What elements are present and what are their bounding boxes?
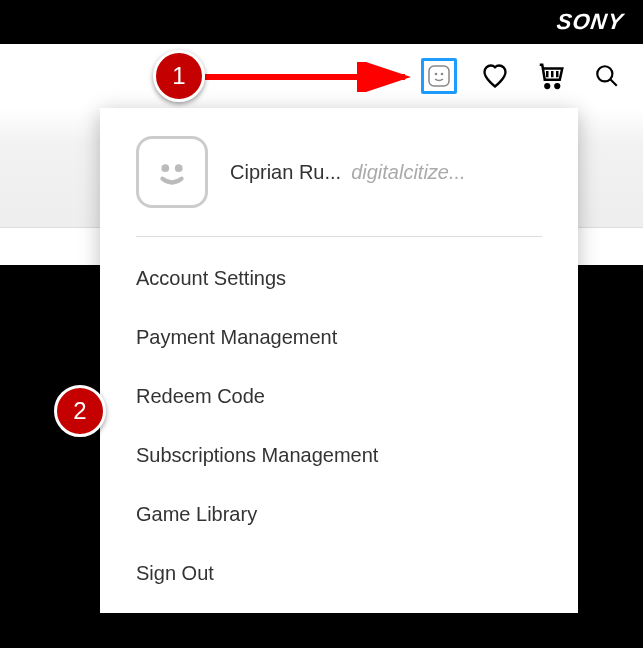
svg-point-11 (175, 164, 183, 172)
display-name: Ciprian Ru... (230, 161, 341, 184)
menu-redeem-code[interactable]: Redeem Code (136, 367, 542, 426)
menu-sign-out[interactable]: Sign Out (136, 544, 542, 603)
search-icon[interactable] (589, 58, 625, 94)
menu-account-settings[interactable]: Account Settings (136, 249, 542, 308)
svg-point-4 (555, 84, 559, 88)
svg-point-1 (435, 73, 438, 76)
sony-top-bar: SONY (0, 0, 643, 44)
annotation-arrow (205, 62, 425, 92)
user-handle: digitalcitize... (351, 161, 466, 184)
annotation-badge-1: 1 (153, 50, 205, 102)
avatar-icon (136, 136, 208, 208)
svg-line-9 (610, 79, 617, 86)
profile-icon[interactable] (421, 58, 457, 94)
svg-point-10 (161, 164, 169, 172)
cart-icon[interactable] (533, 58, 569, 94)
svg-rect-0 (429, 66, 449, 86)
profile-dropdown: Ciprian Ru... digitalcitize... Account S… (100, 108, 578, 613)
svg-point-8 (597, 66, 612, 81)
menu-subscriptions-management[interactable]: Subscriptions Management (136, 426, 542, 485)
svg-point-2 (441, 73, 444, 76)
sony-logo: SONY (555, 9, 625, 35)
menu-payment-management[interactable]: Payment Management (136, 308, 542, 367)
svg-point-3 (545, 84, 549, 88)
dropdown-header: Ciprian Ru... digitalcitize... (136, 136, 542, 236)
dropdown-divider (136, 236, 542, 237)
heart-icon[interactable] (477, 58, 513, 94)
annotation-badge-2: 2 (54, 385, 106, 437)
menu-game-library[interactable]: Game Library (136, 485, 542, 544)
